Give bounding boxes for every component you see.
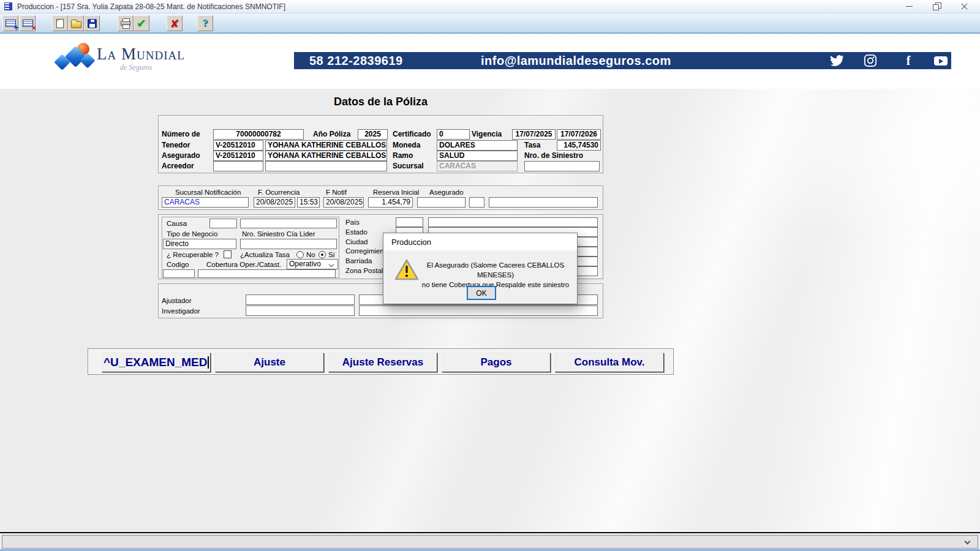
confirm-button[interactable]: ✔ <box>134 15 149 31</box>
branch-line-field[interactable]: SALUD <box>437 151 518 161</box>
open-button[interactable] <box>68 15 84 31</box>
currency-field[interactable]: DOLARES <box>437 140 518 151</box>
warning-icon <box>394 259 419 283</box>
validity-to-field[interactable]: 17/07/2026 <box>557 129 601 140</box>
cancel-x-icon: ✘ <box>170 17 179 30</box>
insured-id-field[interactable]: V-20512010 <box>213 151 263 161</box>
update-rate-label: ¿Actualiza Tasa <box>240 251 290 258</box>
cause-label: Causa <box>167 220 187 227</box>
company-header: La Mundial de Seguros 58 212-2839619 inf… <box>0 34 980 89</box>
occurrence-time-field[interactable]: 15:53 <box>297 197 320 208</box>
update-rate-no-radio[interactable] <box>296 251 304 258</box>
office-label: Sucursal <box>393 162 424 170</box>
cause-code-field[interactable] <box>209 219 237 228</box>
dialog-message-line1: El Asegurado (Salome Caceres CEBALLOS ME… <box>417 260 574 280</box>
insured-name-field[interactable]: YOHANA KATHERINE CEBALLOS <box>265 151 387 161</box>
youtube-icon[interactable] <box>933 53 949 68</box>
update-rate-si-radio[interactable] <box>318 251 326 258</box>
page-title: Datos de la Póliza <box>158 96 603 108</box>
policy-year-field[interactable]: 2025 <box>358 129 388 140</box>
rate-field[interactable]: 145,74530 <box>557 140 601 151</box>
action-button-bar: ^U_EXAMEN_MED Ajuste Ajuste Reservas Pag… <box>88 348 674 375</box>
ajuste-reservas-button[interactable]: Ajuste Reservas <box>328 353 437 372</box>
ajuste-button[interactable]: Ajuste <box>215 353 324 372</box>
title-bar: Produccion - [157 Sra. Yulia Zapata 28-0… <box>0 0 980 13</box>
coverage-type-dropdown[interactable]: Operativo <box>287 259 338 269</box>
notif-insured-name-field[interactable] <box>489 197 598 208</box>
facebook-icon[interactable]: f <box>900 53 916 68</box>
dialog-title-bar[interactable]: Produccion <box>383 233 577 250</box>
examen-med-button[interactable]: ^U_EXAMEN_MED <box>102 353 211 372</box>
country-code-field[interactable] <box>396 217 423 227</box>
certificate-field[interactable]: 0 <box>437 129 470 140</box>
contact-bar: 58 212-2839619 info@lamundialdeseguros.c… <box>294 52 951 69</box>
delete-record-button[interactable] <box>20 15 36 31</box>
logo-tagline: de Seguros <box>120 63 153 72</box>
window-title: Produccion - [157 Sra. Yulia Zapata 28-0… <box>17 2 285 11</box>
notif-date-field[interactable]: 20/08/2025 <box>323 197 364 208</box>
close-icon[interactable] <box>952 0 976 13</box>
investigator-name-field[interactable] <box>359 305 598 316</box>
country-name-field[interactable] <box>428 217 598 227</box>
occurrence-date-field[interactable]: 20/08/2025 <box>254 197 295 208</box>
consulta-mov-button[interactable]: Consulta Mov. <box>555 353 664 372</box>
print-button[interactable] <box>118 15 134 31</box>
twitter-icon[interactable] <box>829 53 845 68</box>
help-button[interactable]: ? <box>197 15 213 31</box>
business-type-field[interactable]: Directo <box>163 239 236 249</box>
holder-id-field[interactable]: V-20512010 <box>213 140 263 151</box>
notif-date-label: F Notif <box>326 189 347 196</box>
email-address: info@lamundialdeseguros.com <box>481 54 671 68</box>
city-label: Ciudad <box>345 238 368 246</box>
creditor-id-field[interactable] <box>213 161 263 171</box>
office-field[interactable]: CARACAS <box>437 161 518 171</box>
currency-label: Moneda <box>393 141 420 149</box>
warning-dialog: Produccion El Asegurado (Salome Caceres … <box>383 233 578 304</box>
phone-number: 58 212-2839619 <box>309 54 403 68</box>
code-field[interactable] <box>163 269 195 278</box>
recoverable-checkbox[interactable] <box>224 250 232 258</box>
pagos-button[interactable]: Pagos <box>442 353 551 372</box>
save-button[interactable] <box>84 15 100 31</box>
policy-number-field[interactable]: 70000000782 <box>213 129 304 140</box>
new-document-button[interactable] <box>52 15 68 31</box>
notif-office-field[interactable]: CARACAS <box>162 197 249 208</box>
cause-subsection: Causa Tipo de Negocio Nro. Siniestro Cía… <box>162 217 339 278</box>
certificate-label: Certificado <box>393 130 431 138</box>
instagram-icon[interactable] <box>862 53 878 68</box>
initial-reserve-label: Reserva Inicial <box>373 189 419 196</box>
add-record-button[interactable] <box>2 15 18 31</box>
business-type-label: Tipo de Negocio <box>167 230 217 238</box>
investigator-field[interactable] <box>246 305 355 316</box>
cancel-button[interactable]: ✘ <box>167 15 183 31</box>
check-icon: ✔ <box>137 17 146 30</box>
coverage-field[interactable] <box>198 269 336 278</box>
postal-zone-label: Zona Postal <box>345 267 383 274</box>
adjuster-field[interactable] <box>246 294 355 305</box>
ok-button[interactable]: OK <box>467 286 496 300</box>
notif-insured-code-field[interactable] <box>469 197 484 208</box>
status-combobox[interactable] <box>2 535 978 549</box>
validity-from-field[interactable]: 17/07/2025 <box>512 129 556 140</box>
leader-claim-field[interactable] <box>240 239 337 249</box>
cause-desc-field[interactable] <box>240 219 337 228</box>
help-icon: ? <box>203 17 208 29</box>
notif-insured-id-field[interactable] <box>417 197 466 208</box>
holder-label: Tenedor <box>162 141 190 149</box>
minimize-icon[interactable] <box>897 0 921 13</box>
update-rate-no-label: No <box>306 251 315 258</box>
chevron-down-icon[interactable] <box>965 539 971 545</box>
claim-number-field[interactable] <box>524 161 600 171</box>
insured-label: Asegurado <box>162 151 200 160</box>
recoverable-label: ¿ Recuperable ? <box>167 251 219 258</box>
occurrence-date-label: F. Ocurrencia <box>258 189 300 196</box>
logo-title: La Mundial <box>97 45 185 64</box>
initial-reserve-field[interactable]: 1.454,79 <box>368 197 413 208</box>
creditor-name-field[interactable] <box>265 161 387 171</box>
text-caret <box>208 356 209 369</box>
leader-claim-label: Nro. Siniestro Cía Lider <box>242 230 315 238</box>
holder-name-field[interactable]: YOHANA KATHERINE CEBALLOS <box>265 140 387 151</box>
restore-icon[interactable] <box>925 0 949 13</box>
coverage-label: Cobertura Oper./Catast. <box>206 261 281 268</box>
form-area: Datos de la Póliza Número de 70000000782… <box>0 89 980 532</box>
